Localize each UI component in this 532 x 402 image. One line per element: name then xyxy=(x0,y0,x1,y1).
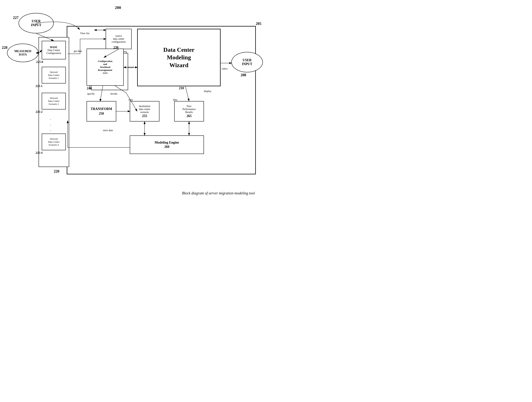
label-select: select xyxy=(222,67,228,70)
label-250: 250 xyxy=(99,112,104,116)
gui-line5: GUI xyxy=(103,71,108,75)
perf-line1: New xyxy=(187,105,191,108)
perf-line3: Results xyxy=(185,111,193,114)
gui-box-front: Configuration and Workload Reassignment … xyxy=(87,49,124,86)
base-line3: Configuration xyxy=(46,52,61,55)
caption: Block diagram of server migration modeli… xyxy=(182,191,255,195)
label-store-data: store data xyxy=(103,129,113,132)
label-227: 227 xyxy=(13,16,19,20)
label-225-0: 225-0 xyxy=(36,60,43,64)
label-240: 240 xyxy=(87,86,92,90)
derived-s-line3: Scenario S xyxy=(49,143,59,146)
label-225-s: 225-S xyxy=(36,151,43,155)
base-line2: Data Center xyxy=(47,49,60,52)
user-input-left-line2: INPUT xyxy=(31,23,41,27)
wizard-line1: Data Center xyxy=(163,46,194,53)
derived2-line3: Scenario 2 xyxy=(49,103,59,106)
derived-s-line1: Derived xyxy=(50,137,58,140)
wizard-line3: Wizard xyxy=(169,62,189,68)
label-260-inline: 260 xyxy=(165,145,169,149)
label-200: 200 xyxy=(115,5,121,10)
label-225-1: 225-1 xyxy=(36,84,42,88)
derived1-line2: Data Center xyxy=(48,74,59,77)
gui-line4: Reassignment xyxy=(98,69,112,71)
label-210: 210 xyxy=(179,86,184,90)
label-205: 205 xyxy=(256,21,261,26)
dest-line2: data center xyxy=(139,108,150,111)
dest-line1: destination xyxy=(139,105,150,108)
gui-line1: Configuration xyxy=(98,60,113,63)
user-input-right-line2: INPUT xyxy=(242,62,252,66)
measured-data-line1: MEASURED xyxy=(14,50,31,53)
label-invoke: invoke xyxy=(110,92,117,95)
user-input-right: USER INPUT xyxy=(231,52,263,72)
label-255-inline: 255 xyxy=(142,114,147,118)
label-display: display xyxy=(204,90,211,93)
label-225-2: 225-2 xyxy=(36,110,42,114)
gui-line3: Workload xyxy=(100,66,110,69)
diagram-container: 200 USER INPUT 227 MEASURED DATA 228 205… xyxy=(0,0,266,201)
perf-box-265: New Performance Results 265 xyxy=(174,101,204,122)
source-line1: source xyxy=(115,34,122,38)
source-line3: configuration xyxy=(112,40,126,43)
derived-box-s: Derived Data Center Scenario S xyxy=(42,134,66,150)
dots: ··· xyxy=(50,117,51,134)
derived1-line3: Scenario 1 xyxy=(49,77,59,80)
derived2-line1: Derived xyxy=(50,97,58,100)
measured-data-line2: DATA xyxy=(19,53,27,56)
label-view-list: View list xyxy=(80,32,89,35)
base-box: BASE Data Center Configuration xyxy=(42,41,66,59)
user-input-left: USER INPUT xyxy=(19,13,54,33)
wizard-line2: Modeling xyxy=(167,54,191,61)
dest-box-255: destination data center scenario 255 xyxy=(130,101,159,122)
label-data3: data xyxy=(173,98,177,101)
gui-line2: and xyxy=(103,63,107,66)
user-input-left-line1: USER xyxy=(32,19,41,23)
transform-line1: TRANSFORM xyxy=(91,107,112,111)
dest-line3: scenario xyxy=(140,111,149,114)
label-220: 220 xyxy=(54,169,59,174)
wizard-title: Data Center Modeling Wizard xyxy=(163,46,194,69)
label-228: 228 xyxy=(2,45,7,50)
user-input-right-line1: USER xyxy=(243,58,252,62)
derived1-line1: Derived xyxy=(50,71,58,74)
derived-box-1: Derived Data Center Scenario 1 xyxy=(42,67,66,84)
engine-line1: Modeling Engine xyxy=(155,141,179,144)
source-line2: data center xyxy=(113,38,124,40)
engine-box-260: Modeling Engine 260 xyxy=(130,136,204,154)
derived-s-line2: Data Center xyxy=(48,140,59,143)
derived-box-2: Derived Data Center Scenario 2 xyxy=(42,93,66,110)
transform-box-250: TRANSFORM 250 xyxy=(87,101,116,122)
label-get-data: get data xyxy=(74,50,82,53)
base-line1: BASE xyxy=(50,46,57,49)
label-specify: specify xyxy=(87,92,95,95)
perf-line2: Performance xyxy=(182,108,196,111)
wizard-box-210: Data Center Modeling Wizard xyxy=(137,29,221,86)
label-208: 208 xyxy=(241,73,246,77)
label-data2: data xyxy=(128,98,133,101)
label-265-inline: 265 xyxy=(187,114,192,118)
source-box-230: source data center configuration xyxy=(106,29,132,49)
measured-data: MEASURED DATA xyxy=(7,44,38,62)
derived2-line2: Data Center xyxy=(48,100,59,103)
